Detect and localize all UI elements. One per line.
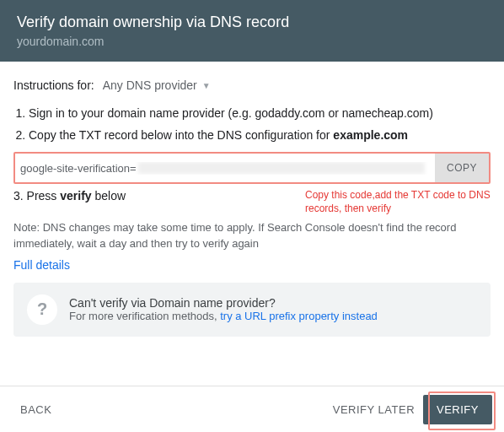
annotation-callout: Copy this code,add the TXT code to DNS r… (305, 189, 491, 215)
txt-record-value[interactable]: google-site-verification= (15, 162, 435, 175)
dns-note: Note: DNS changes may take some time to … (13, 220, 491, 251)
steps-list: Sign in to your domain name provider (e.… (13, 105, 491, 143)
dialog-subtitle: yourdomain.com (17, 35, 487, 48)
alternative-box: ? Can't verify via Domain name provider?… (13, 283, 491, 337)
question-icon: ? (27, 294, 57, 325)
dialog-title: Verify domain ownership via DNS record (17, 14, 487, 31)
url-prefix-link[interactable]: try a URL prefix property instead (220, 310, 378, 322)
step-3: 3. Press verify below (13, 189, 126, 202)
full-details-link[interactable]: Full details (13, 258, 70, 272)
provider-dropdown-value: Any DNS provider (103, 78, 197, 92)
step-1: Sign in to your domain name provider (e.… (29, 105, 491, 122)
chevron-down-icon: ▼ (202, 81, 211, 90)
alt-subtitle: For more verification methods, try a URL… (69, 310, 378, 322)
step-2: Copy the TXT record below into the DNS c… (29, 127, 491, 144)
instructions-label: Instructions for: (13, 78, 94, 92)
verify-button[interactable]: VERIFY (423, 395, 492, 424)
copy-button[interactable]: COPY (435, 154, 489, 182)
txt-record-blurred (138, 162, 425, 174)
verify-later-button[interactable]: VERIFY LATER (324, 397, 423, 423)
dialog-header: Verify domain ownership via DNS record y… (0, 0, 504, 62)
back-button[interactable]: BACK (12, 397, 60, 423)
alt-title: Can't verify via Domain name provider? (69, 296, 378, 310)
txt-record-box: google-site-verification= COPY (13, 152, 491, 184)
dialog-footer: BACK VERIFY LATER VERIFY (0, 386, 504, 432)
provider-dropdown[interactable]: Any DNS provider ▼ (103, 78, 211, 92)
